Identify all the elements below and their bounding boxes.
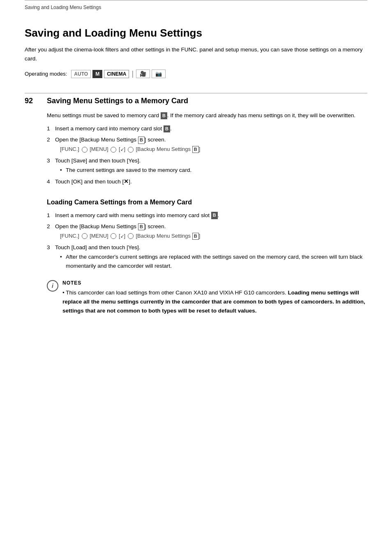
settings-badge-sub2: B [192,233,199,240]
step-1-4: 4 Touch [OK] and then touch [✕]. [47,177,367,186]
mode-m: M [92,70,102,78]
mode-cinema: CINEMA [104,70,129,78]
section2-title: Loading Camera Settings from a Memory Ca… [47,199,367,206]
operating-modes-label: Operating modes: [25,71,67,77]
section1-header: 92 Saving Menu Settings to a Memory Card [25,93,367,105]
notes-section: i NOTES • This camcorder can load settin… [47,280,367,319]
circle4 [82,233,88,239]
notes-text: • This camcorder can load settings from … [62,288,367,315]
breadcrumb: Saving and Loading Menu Settings [25,5,101,10]
settings-badge-sub1: B [192,146,199,153]
page-title: Saving and Loading Menu Settings [25,27,367,39]
step-1-2: 2 Open the [Backup Menu Settings B] scre… [47,135,367,153]
circle2 [111,147,116,153]
section1-title: Saving Menu Settings to a Memory Card [47,97,188,105]
notes-content: NOTES • This camcorder can load settings… [62,280,367,319]
step-1-3: 3 Touch [Save] and then touch [Yes]. • T… [47,156,367,175]
mode-auto: AUTO [71,70,91,78]
mode-separator: | [131,70,134,78]
operating-modes: Operating modes: AUTO M CINEMA | 🎥 📷 [25,70,367,78]
circle3 [128,147,134,153]
step-1-2-sub: [FUNC.] [MENU] [↙] [Backup Menu Settings… [55,145,367,154]
page-container: Saving and Loading Menu Settings Saving … [0,0,392,355]
notes-icon: i [47,280,58,292]
mode-photo: 📷 [152,70,166,78]
settings-badge-2: B [138,223,145,230]
step-2-3: 3 Touch [Load] and then touch [Yes]. • A… [47,243,367,271]
bullet-1-3: • The current settings are saved to the … [60,166,367,175]
circle5 [111,233,116,239]
settings-badge-1: B [138,137,145,144]
card-slot-b1: B [164,125,170,132]
card-badge-b1: B [161,112,167,119]
step-2-2: 2 Open the [Backup Menu Settings B] scre… [47,222,367,240]
card-slot-b2: B [211,212,218,219]
intro-text: After you adjust the cinema-look filters… [25,45,367,63]
step-1-1: 1 Insert a memory card into memory card … [47,124,367,133]
page-number: 92 [25,97,45,105]
step-2-1: 1 Insert a memory card with menu setting… [47,211,367,220]
step-2-2-sub: [FUNC.] [MENU] [↙] [Backup Menu Settings… [55,232,367,241]
section2-steps: 1 Insert a memory card with menu setting… [47,211,367,271]
circle6 [128,233,134,239]
circle1 [82,147,88,153]
bullet-2-3: • After the camcorder's current settings… [60,253,367,270]
section1-intro: Menu settings must be saved to memory ca… [47,111,367,120]
section1-body: Menu settings must be saved to memory ca… [25,111,367,319]
section2-container: Loading Camera Settings from a Memory Ca… [47,199,367,271]
top-bar: Saving and Loading Menu Settings [25,0,367,10]
mode-video: 🎥 [136,70,150,78]
notes-label: NOTES [62,280,367,286]
section1-steps: 1 Insert a memory card into memory card … [47,124,367,186]
